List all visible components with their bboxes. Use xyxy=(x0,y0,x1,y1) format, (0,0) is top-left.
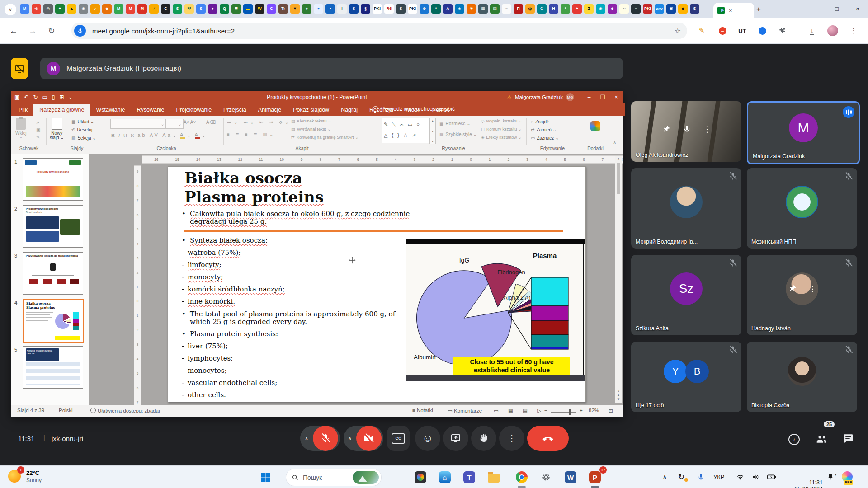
pinned-tab-favicon[interactable]: M xyxy=(20,4,29,14)
ppt-title-bar[interactable]: ▣ ↶ ↻ ▭ ▯ ⊞ ⌄ Produkty krwiopochodne (1)… xyxy=(11,91,623,103)
next-slide-button[interactable]: ▼ xyxy=(617,397,620,401)
weather-temp[interactable]: 22°C xyxy=(26,469,39,476)
participant-tile-viktoriia[interactable]: Вікторія Скиба xyxy=(747,342,857,412)
slide-scrollbar[interactable]: ∧ ∨ ▲ ▼ xyxy=(615,155,622,403)
pinned-tab-favicon[interactable]: + xyxy=(572,4,582,14)
ppt-minimize-button[interactable]: – xyxy=(582,91,596,103)
extension-ut-icon[interactable]: UT xyxy=(736,24,749,37)
pinned-tab-favicon[interactable]: PKI xyxy=(408,4,417,14)
reactions-button[interactable]: ☺ xyxy=(415,426,440,451)
scroll-down-icon[interactable]: ∨ xyxy=(617,389,620,393)
ppt-tab-pokaz-slajdów[interactable]: Pokaz slajdów xyxy=(287,104,335,116)
previous-slide-button[interactable]: ▲ xyxy=(617,393,620,397)
pinned-tab-favicon[interactable]: ♣ xyxy=(302,4,311,14)
pinned-tab-favicon[interactable]: П xyxy=(514,4,523,14)
font-size-select[interactable]: ⌄ xyxy=(165,119,184,129)
arrange-button[interactable]: ▦Rozmieść ⌄ xyxy=(439,121,471,126)
leave-call-button[interactable] xyxy=(527,426,569,451)
pinned-tab-favicon[interactable]: C xyxy=(161,4,170,14)
tray-chevron-icon[interactable]: ∧ xyxy=(663,465,667,488)
reload-button[interactable]: ↻ xyxy=(45,24,58,37)
align-icons[interactable]: ≡ ≣ ≡ ≣ ▥⌄ xyxy=(227,132,275,137)
tray-sync-icon[interactable]: ↻ xyxy=(678,465,684,488)
raise-hand-button[interactable] xyxy=(471,426,496,451)
participant-tile-others[interactable]: Y B Ще 17 осіб xyxy=(631,342,741,412)
pinned-tab-favicon[interactable]: S xyxy=(396,4,406,14)
bookmark-star-icon[interactable]: ☆ xyxy=(675,27,681,35)
pinned-tab-favicon[interactable]: M xyxy=(137,4,147,14)
scrollbar-thumb[interactable] xyxy=(617,163,620,194)
pinned-tab-favicon[interactable]: ако xyxy=(655,4,664,14)
shape-outline-button[interactable]: ◻Kontury kształtu ⌄ xyxy=(481,127,522,131)
meeting-info-button[interactable]: i xyxy=(788,434,800,445)
taskbar-explorer-icon[interactable] xyxy=(485,468,503,486)
pinned-tab-favicon[interactable]: ⊕ xyxy=(420,4,429,14)
pinned-tab-favicon[interactable]: ▲ xyxy=(67,4,76,14)
pinned-tab-favicon[interactable]: ● xyxy=(314,4,323,14)
pinned-tab-favicon[interactable]: ≡ xyxy=(502,4,511,14)
browser-menu-icon[interactable]: ⋮ xyxy=(847,24,860,37)
pinned-tab-favicon[interactable]: Tr xyxy=(278,4,288,14)
scroll-up-icon[interactable]: ∧ xyxy=(617,157,620,161)
align-text-button[interactable]: ▤Wyrównaj tekst ⌄ xyxy=(291,127,331,131)
pinned-tab-favicon[interactable]: ф xyxy=(525,4,535,14)
participant-tile-oleg[interactable]: ⋮ Oleg Aleksandrowicz xyxy=(631,101,741,162)
zoom-slider-track[interactable] xyxy=(551,412,576,413)
pinned-tab-favicon[interactable]: G xyxy=(537,4,547,14)
participant-tile-szikura[interactable]: Sz Szikura Anita xyxy=(631,255,741,335)
ppt-tab-plik[interactable]: Plik xyxy=(13,104,33,116)
taskbar-settings-icon[interactable] xyxy=(537,468,555,486)
tell-me-box[interactable]: Powiedz mi, co chcesz zrobić xyxy=(368,103,459,115)
address-bar[interactable]: meet.google.com/jxk-onru-jri?pli=1&authu… xyxy=(71,23,687,39)
pinned-tab-favicon[interactable]: ♦ xyxy=(208,4,217,14)
mic-icon[interactable] xyxy=(683,125,692,134)
captions-button[interactable]: CC xyxy=(387,426,410,451)
pinned-tab-favicon[interactable]: C xyxy=(267,4,276,14)
select-button[interactable]: ▭Zaznacz ⌄ xyxy=(531,136,559,141)
taskbar-teams-icon[interactable]: T xyxy=(460,468,478,486)
tray-notifications-icon[interactable]: z xyxy=(826,465,836,488)
shapes-gallery[interactable]: ✎ ⟍ ⌒ ▭ ○△ { } ☆ ↗ xyxy=(382,118,433,143)
slide-thumbnail-4-selected[interactable]: Białka osocza Plasma proteins xyxy=(23,299,84,343)
pinned-tab-favicon[interactable]: § xyxy=(361,4,370,14)
ppt-restore-button[interactable]: ❐ xyxy=(596,91,609,103)
mic-permission-icon[interactable] xyxy=(74,25,86,37)
new-tab-button[interactable]: + xyxy=(753,4,764,15)
ppt-tab-wstawianie[interactable]: Wstawianie xyxy=(90,104,131,116)
taskbar-store-icon[interactable]: ⌂ xyxy=(436,468,454,486)
weather-desc[interactable]: Sunny xyxy=(26,477,42,483)
pinned-tab-favicon[interactable]: PKI xyxy=(373,4,382,14)
new-slide-button[interactable]: Nowy slajd ⌄ xyxy=(50,118,64,140)
pinned-tab-favicon[interactable]: ◔ xyxy=(326,4,335,14)
pinned-tab-favicon[interactable]: Z xyxy=(584,4,594,14)
pinned-tab-favicon[interactable]: M xyxy=(126,4,135,14)
copy-icon[interactable]: ▣ xyxy=(36,127,40,132)
pinned-tab-favicon[interactable]: ✓ xyxy=(149,4,159,14)
pinned-tab-favicon[interactable]: * xyxy=(431,4,441,14)
font-style-icons[interactable]: BIUS ab AV Aa⌄ A⌄ A⌄ xyxy=(111,132,208,139)
pin-icon[interactable] xyxy=(788,284,797,293)
tile-menu-icon[interactable]: ⋮ xyxy=(809,284,816,293)
pinned-tab-favicon[interactable]: S xyxy=(690,4,699,14)
ppt-tab-animacje[interactable]: Animacje xyxy=(252,104,287,116)
presenter-banner[interactable]: M Malgorzata Gradziuk (Презентація) xyxy=(40,58,623,79)
ppt-tab-przejścia[interactable]: Przejścia xyxy=(217,104,252,116)
pinned-tab-favicon[interactable]: ◉ xyxy=(596,4,605,14)
window-close-button[interactable]: × xyxy=(847,0,868,17)
taskbar-search[interactable]: Пошук xyxy=(286,469,382,486)
extension-blocker-icon[interactable]: – xyxy=(716,24,729,37)
text-direction-button[interactable]: ▤Kierunek tekstu ⌄ xyxy=(291,118,331,123)
chat-panel-button[interactable] xyxy=(843,433,854,444)
participant-tile-mokryi[interactable]: Мокрий Володимир Ів... xyxy=(631,168,741,249)
pinned-tab-favicon[interactable]: ◆ xyxy=(608,4,617,14)
pinned-tab-favicon[interactable]: ☀ xyxy=(467,4,476,14)
close-tab-icon[interactable]: × xyxy=(729,7,732,14)
pinned-tab-favicon[interactable]: ▬ xyxy=(243,4,253,14)
mic-options-chevron-icon[interactable]: ∧ xyxy=(300,436,313,441)
zoom-slider-thumb[interactable] xyxy=(569,409,571,415)
profile-avatar[interactable] xyxy=(826,24,839,37)
pinned-tab-favicon[interactable]: PKI xyxy=(643,4,652,14)
reset-button[interactable]: ⟲Resetuj xyxy=(71,127,92,132)
pinned-tab-favicon[interactable]: M xyxy=(114,4,123,14)
start-button[interactable] xyxy=(257,468,275,486)
